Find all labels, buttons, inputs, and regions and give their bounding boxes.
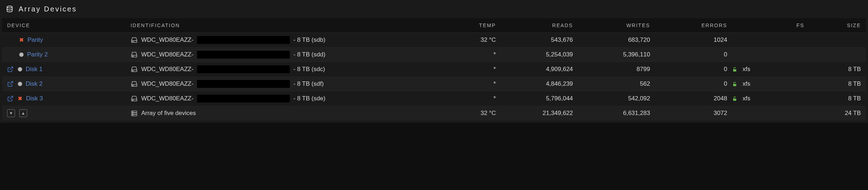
table-header-row: Device Identification Temp Reads Writes …: [2, 18, 866, 33]
disk-icon: [131, 66, 138, 73]
status-ok-icon: [18, 82, 22, 86]
svg-point-20: [132, 111, 133, 112]
fs-cell: xfs: [732, 91, 809, 106]
size-cell: 8 TB: [809, 62, 866, 77]
identification-text[interactable]: WDC_WD80EAZZ-: [141, 36, 193, 44]
array-icon: [131, 110, 138, 117]
table-row: ✖ Parity WDC_WD80EAZZ- - 8 TB (sdb) 32 °…: [2, 33, 866, 48]
identification-suffix: - 8 TB (sdb): [293, 36, 325, 44]
disk-icon: [131, 95, 138, 102]
panel-header: Array Devices: [2, 0, 866, 18]
col-temp: Temp: [444, 18, 501, 33]
disk-icon: [131, 36, 138, 44]
col-device: Device: [2, 18, 126, 33]
fs-cell: xfs: [732, 62, 809, 77]
fs-cell: [732, 33, 809, 48]
col-identification: Identification: [126, 18, 444, 33]
redacted-serial: [197, 36, 290, 44]
errors-cell: 2048: [655, 91, 732, 106]
redacted-serial: [197, 95, 290, 102]
table-row: Disk 1 WDC_WD80EAZZ- - 8 TB (sdc) * 4,90…: [2, 62, 866, 77]
identification-text[interactable]: WDC_WD80EAZZ-: [141, 80, 193, 88]
device-name-link[interactable]: Disk 1: [26, 66, 42, 73]
fs-cell: xfs: [732, 77, 809, 91]
fs-label: xfs: [742, 66, 750, 73]
database-icon: [6, 5, 14, 13]
temp-cell: *: [444, 62, 501, 77]
size-cell: [809, 48, 866, 62]
fs-cell: [732, 48, 809, 62]
svg-rect-12: [733, 84, 737, 86]
svg-point-0: [7, 6, 12, 8]
lock-open-icon: [732, 96, 737, 101]
svg-rect-14: [131, 99, 137, 101]
reads-cell: 4,846,239: [501, 77, 578, 91]
identification-text[interactable]: WDC_WD80EAZZ-: [141, 66, 193, 73]
device-name-link[interactable]: Parity: [27, 36, 43, 44]
writes-cell: 5,396,110: [578, 48, 655, 62]
summary-writes: 6,631,283: [578, 106, 655, 121]
temp-cell: *: [444, 48, 501, 62]
size-cell: 8 TB: [809, 77, 866, 91]
svg-point-4: [132, 56, 133, 56]
summary-size: 24 TB: [809, 106, 866, 121]
redacted-serial: [197, 51, 290, 59]
writes-cell: 683,720: [578, 33, 655, 48]
collapse-down-button[interactable]: ▼: [7, 109, 15, 117]
identification-suffix: - 8 TB (sdf): [293, 80, 324, 88]
array-devices-panel: Array Devices Device Identification Temp…: [0, 0, 868, 123]
summary-reads: 21,349,622: [501, 106, 578, 121]
table-row: Parity 2 WDC_WD80EAZZ- - 8 TB (sdd) * 5,…: [2, 48, 866, 62]
temp-cell: *: [444, 77, 501, 91]
device-name-link[interactable]: Parity 2: [27, 51, 48, 58]
status-ok-icon: [18, 67, 22, 71]
reads-cell: 4,909,624: [501, 62, 578, 77]
col-writes: Writes: [578, 18, 655, 33]
summary-fs: [732, 106, 809, 121]
svg-line-5: [10, 67, 13, 70]
reads-cell: 5,254,039: [501, 48, 578, 62]
errors-cell: 1024: [655, 33, 732, 48]
reads-cell: 5,796,044: [501, 91, 578, 106]
svg-point-11: [132, 85, 133, 86]
disk-icon: [131, 51, 138, 58]
svg-point-2: [132, 41, 133, 42]
fs-label: xfs: [742, 95, 750, 102]
errors-cell: 0: [655, 48, 732, 62]
svg-rect-10: [131, 85, 137, 86]
identification-text[interactable]: WDC_WD80EAZZ-: [141, 51, 193, 58]
table-row: ✖ Disk 3 WDC_WD80EAZZ- - 8 TB (sde) * 5,…: [2, 91, 866, 106]
col-errors: Errors: [655, 18, 732, 33]
errors-cell: 0: [655, 62, 732, 77]
col-fs: FS: [732, 18, 809, 33]
device-name-link[interactable]: Disk 2: [26, 80, 42, 88]
summary-temp: 32 °C: [444, 106, 501, 121]
external-link-icon[interactable]: [7, 95, 14, 102]
col-reads: Reads: [501, 18, 578, 33]
temp-cell: *: [444, 91, 501, 106]
summary-label: Array of five devices: [141, 110, 196, 117]
svg-rect-1: [131, 41, 137, 42]
panel-title: Array Devices: [19, 5, 77, 13]
external-link-icon[interactable]: [7, 66, 14, 72]
svg-point-7: [132, 70, 133, 71]
identification-text[interactable]: WDC_WD80EAZZ-: [141, 95, 193, 102]
svg-line-9: [10, 81, 13, 84]
writes-cell: 562: [578, 77, 655, 91]
status-error-icon: ✖: [18, 95, 22, 102]
writes-cell: 8799: [578, 62, 655, 77]
device-name-link[interactable]: Disk 3: [26, 95, 43, 102]
identification-suffix: - 8 TB (sdd): [293, 51, 325, 58]
table-row: Disk 2 WDC_WD80EAZZ- - 8 TB (sdf) * 4,84…: [2, 77, 866, 91]
external-link-icon[interactable]: [7, 81, 14, 87]
collapse-up-button[interactable]: ▲: [19, 109, 27, 117]
summary-errors: 3072: [655, 106, 732, 121]
svg-line-13: [10, 96, 13, 99]
fs-label: xfs: [742, 80, 750, 88]
svg-rect-6: [131, 70, 137, 72]
lock-open-icon: [732, 81, 737, 87]
identification-suffix: - 8 TB (sde): [293, 95, 325, 102]
size-cell: 8 TB: [809, 91, 866, 106]
disk-icon: [131, 80, 138, 88]
svg-point-15: [132, 100, 133, 100]
